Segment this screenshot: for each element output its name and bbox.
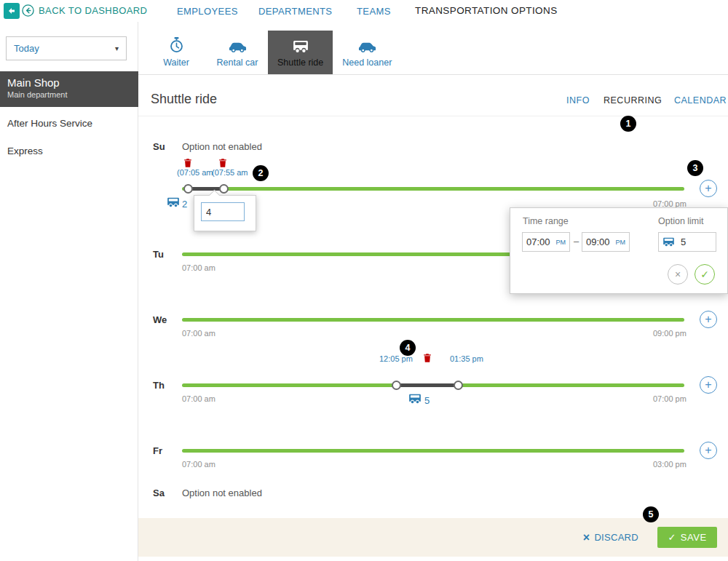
tabbar-divider	[138, 74, 728, 75]
th-selected-range[interactable]	[397, 383, 459, 387]
fr-add-range-button[interactable]: +	[700, 442, 717, 459]
mo-range-start-label[interactable]: (07:05 am	[177, 168, 213, 177]
sidebar-item-subtitle: Main department	[7, 90, 138, 99]
end-meridiem[interactable]: PM	[616, 239, 626, 246]
logo-arrow-glyph	[7, 7, 16, 15]
tab-shuttle-ride[interactable]: Shuttle ride	[268, 31, 333, 74]
period-dropdown-value: Today	[14, 43, 39, 54]
mo-slider-handle-end[interactable]	[219, 184, 229, 194]
save-button[interactable]: ✓ SAVE	[657, 527, 717, 548]
time-range-label: Time range	[523, 216, 569, 226]
annotation-step-5: 5	[643, 506, 659, 522]
th-right-time-label: 07:00 pm	[653, 394, 687, 403]
back-to-dashboard-link[interactable]: BACK TO DASHBOARD	[22, 4, 147, 17]
end-time-input[interactable]: 09:00 PM	[582, 232, 630, 252]
sidebar-item-express[interactable]: Express	[7, 146, 43, 156]
tab-waiter[interactable]: Waiter	[146, 31, 207, 74]
view-link-calendar[interactable]: CALENDAR	[674, 95, 727, 106]
footer-bar: × DISCARD ✓ SAVE	[138, 518, 728, 557]
we-left-time-label: 07:00 am	[182, 329, 215, 338]
nav-departments[interactable]: DEPARTMENTS	[258, 6, 332, 17]
tab-rental-car[interactable]: Rental car	[207, 31, 268, 74]
nav-employees[interactable]: EMPLOYEES	[177, 6, 238, 17]
discard-button[interactable]: × DISCARD	[583, 532, 638, 544]
we-time-slider[interactable]	[182, 318, 684, 322]
bus-icon[interactable]	[167, 197, 180, 207]
fr-left-time-label: 07:00 am	[182, 460, 215, 469]
sidebar: Today ▾ Main Shop Main department After …	[0, 22, 138, 561]
trash-icon[interactable]	[184, 159, 191, 167]
th-slider-handle-end[interactable]	[454, 381, 463, 390]
annotation-step-1: 1	[620, 116, 636, 132]
start-time-value: 07:00	[526, 236, 554, 247]
th-capacity-value[interactable]: 5	[424, 395, 430, 406]
bus-icon	[293, 37, 309, 53]
tab-label: Waiter	[163, 57, 189, 68]
th-range-end-label[interactable]: 01:35 pm	[450, 354, 483, 363]
sidebar-item-main-shop[interactable]: Main Shop Main department	[0, 71, 138, 107]
day-label-su: Su	[153, 141, 165, 152]
tab-need-loaner[interactable]: Need loaner	[333, 31, 401, 74]
page-title: Shuttle ride	[151, 92, 217, 107]
option-limit-label: Option limit	[658, 216, 704, 226]
back-to-dashboard-label: BACK TO DASHBOARD	[39, 5, 147, 16]
mo-slider-handle-start[interactable]	[183, 184, 193, 194]
tab-label: Need loaner	[342, 57, 392, 68]
car-icon	[229, 37, 247, 53]
stopwatch-icon	[170, 37, 183, 53]
th-slider-handle-start[interactable]	[392, 381, 401, 390]
day-label-sa: Sa	[153, 488, 165, 498]
save-label: SAVE	[681, 532, 707, 543]
popup-confirm-button[interactable]: ✓	[695, 264, 715, 285]
tu-left-time-label: 07:00 am	[182, 263, 215, 272]
chevron-down-icon: ▾	[115, 44, 119, 52]
nav-transportation-options[interactable]: TRANSPORTATION OPTIONS	[415, 5, 558, 16]
day-label-th: Th	[153, 380, 165, 391]
trash-icon[interactable]	[424, 354, 431, 362]
end-time-value: 09:00	[586, 236, 614, 247]
header-divider	[138, 116, 728, 116]
option-limit-input[interactable]: 5	[658, 232, 716, 252]
sa-status-text: Option not enabled	[182, 488, 262, 498]
bus-icon	[662, 237, 675, 247]
day-label-fr: Fr	[153, 445, 162, 456]
popover-caret	[209, 190, 221, 202]
annotation-step-2: 2	[253, 165, 269, 181]
trash-icon[interactable]	[219, 159, 226, 167]
app-logo-icon[interactable]	[4, 3, 20, 19]
th-add-range-button[interactable]: +	[700, 376, 717, 394]
start-meridiem[interactable]: PM	[556, 239, 566, 246]
discard-label: DISCARD	[594, 532, 638, 543]
capacity-edit-popover	[194, 195, 256, 231]
th-left-time-label: 07:00 am	[182, 394, 215, 403]
view-link-info[interactable]: INFO	[566, 95, 590, 106]
time-range-popup: Time range Option limit 07:00 PM – 09:00…	[510, 207, 728, 294]
time-range-dash: –	[574, 236, 579, 247]
fr-time-slider[interactable]	[182, 449, 684, 453]
view-link-recurring[interactable]: RECURRING	[604, 95, 662, 106]
start-time-input[interactable]: 07:00 PM	[522, 232, 570, 252]
check-icon: ✓	[668, 532, 676, 543]
mo-time-slider[interactable]	[182, 187, 684, 191]
bus-icon[interactable]	[408, 394, 422, 404]
mo-range-end-label[interactable]: (07:55 am	[212, 168, 248, 177]
transportation-options-screen: BACK TO DASHBOARD EMPLOYEES DEPARTMENTS …	[0, 0, 728, 561]
sidebar-item-title: Main Shop	[7, 76, 138, 89]
fr-right-time-label: 03:00 pm	[653, 460, 687, 469]
day-label-tu: Tu	[153, 249, 164, 260]
option-tabs: Waiter Rental car Shuttle ride Need loan…	[146, 31, 401, 74]
x-icon: ×	[583, 532, 590, 544]
back-arrow-icon	[22, 4, 34, 17]
mo-add-range-button[interactable]: +	[700, 180, 717, 197]
option-limit-value: 5	[681, 236, 712, 247]
period-dropdown[interactable]: Today ▾	[6, 36, 127, 60]
we-add-range-button[interactable]: +	[700, 311, 717, 328]
capacity-input[interactable]	[201, 202, 245, 221]
popup-cancel-button[interactable]: ×	[668, 264, 688, 285]
mo-capacity-value[interactable]: 2	[182, 199, 187, 210]
nav-teams[interactable]: TEAMS	[357, 6, 391, 17]
sidebar-item-after-hours-service[interactable]: After Hours Service	[7, 118, 92, 129]
su-status-text: Option not enabled	[182, 141, 262, 152]
tab-label: Shuttle ride	[277, 57, 323, 68]
annotation-step-4: 4	[400, 340, 416, 356]
